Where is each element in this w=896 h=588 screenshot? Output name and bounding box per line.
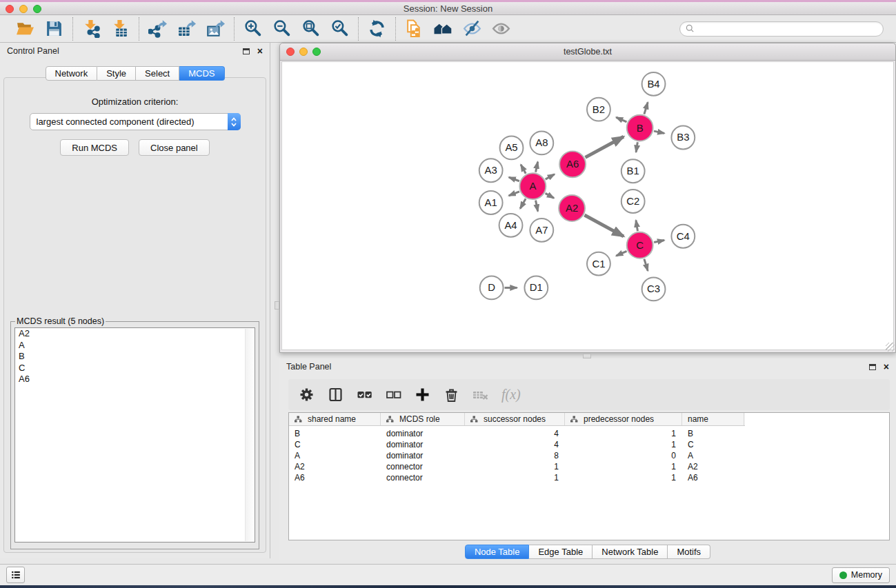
mcds-result-item[interactable]: B [15, 351, 255, 363]
edge-C-C1[interactable] [616, 251, 626, 256]
column-header-MCDS-role[interactable]: MCDS role [381, 413, 465, 425]
graph-node-B3[interactable]: B3 [671, 126, 695, 150]
column-header-successor-nodes[interactable]: successor nodes [465, 413, 565, 425]
function-builder-button[interactable]: f(x) [501, 387, 521, 403]
search-box[interactable] [679, 21, 884, 37]
edge-A-A1[interactable] [509, 192, 519, 196]
settings-button[interactable] [299, 387, 315, 403]
graph-node-C3[interactable]: C3 [642, 278, 666, 301]
tab-mcds[interactable]: MCDS [179, 66, 224, 81]
float-panel-icon[interactable] [243, 48, 250, 54]
close-panel-button[interactable]: Close panel [139, 139, 210, 156]
zoom-out-button[interactable] [272, 19, 291, 38]
edge-C-C4[interactable] [654, 240, 664, 242]
column-header-shared-name[interactable]: shared name [289, 413, 381, 425]
network-minimize-button[interactable] [299, 48, 308, 56]
tab-network-table[interactable]: Network Table [593, 545, 668, 559]
graph-node-B[interactable]: B [627, 115, 653, 141]
network-window-titlebar[interactable]: testGlobe.txt [280, 43, 895, 61]
horizontal-splitter-handle[interactable] [583, 354, 591, 358]
graph-node-A7[interactable]: A7 [530, 219, 553, 242]
graph-node-A6[interactable]: A6 [559, 151, 586, 177]
result-scrollbar[interactable] [245, 329, 254, 541]
graph-node-A3[interactable]: A3 [479, 159, 503, 182]
export-network-button[interactable] [148, 19, 167, 38]
mcds-result-item[interactable]: C [15, 363, 255, 374]
edge-A2-C[interactable] [584, 215, 624, 236]
edge-A-A4[interactable] [520, 199, 526, 208]
graph-node-D1[interactable]: D1 [524, 276, 548, 300]
edge-A-A6[interactable] [546, 174, 555, 179]
add-column-button[interactable] [415, 387, 430, 403]
close-panel-icon[interactable]: × [257, 48, 263, 54]
export-image-button[interactable] [206, 19, 225, 38]
select-all-button[interactable] [357, 387, 372, 403]
edge-A-A3[interactable] [509, 177, 519, 181]
edge-C-C3[interactable] [644, 259, 648, 271]
graph-node-B1[interactable]: B1 [621, 159, 645, 183]
edge-A-A8[interactable] [536, 162, 538, 172]
mcds-result-item[interactable]: A2 [15, 328, 255, 340]
graph-node-C4[interactable]: C4 [671, 225, 695, 248]
zoom-fit-button[interactable] [301, 19, 320, 38]
graph-node-C[interactable]: C [627, 232, 653, 258]
edge-B-B2[interactable] [616, 117, 626, 122]
task-history-button[interactable] [6, 567, 25, 583]
table-row[interactable]: Adominator80A [289, 450, 889, 461]
clear-table-button[interactable] [472, 387, 488, 403]
table-row[interactable]: Cdominator41C [289, 439, 889, 450]
graph-node-A8[interactable]: A8 [530, 132, 553, 155]
minimize-window-button[interactable] [19, 5, 28, 13]
tab-motifs[interactable]: Motifs [668, 545, 710, 559]
graph-node-A[interactable]: A [519, 173, 546, 199]
criterion-dropdown[interactable]: largest connected component (directed) [30, 113, 241, 130]
edge-A-A7[interactable] [536, 201, 538, 212]
tab-select[interactable]: Select [136, 66, 179, 81]
edge-B-B4[interactable] [644, 102, 648, 114]
table-row[interactable]: Bdominator41B [289, 428, 889, 439]
show-all-button[interactable] [492, 19, 510, 38]
graph-node-B2[interactable]: B2 [587, 98, 610, 121]
deselect-all-button[interactable] [386, 387, 401, 403]
close-window-button[interactable] [6, 5, 14, 13]
graph-node-C1[interactable]: C1 [587, 252, 610, 276]
graph-node-C2[interactable]: C2 [621, 190, 645, 213]
edge-A-A2[interactable] [546, 193, 554, 198]
split-columns-button[interactable] [328, 387, 344, 403]
save-session-button[interactable] [45, 19, 63, 38]
edge-A6-B[interactable] [586, 136, 624, 157]
zoom-window-button[interactable] [33, 5, 41, 13]
home-button[interactable] [434, 19, 452, 38]
zoom-in-button[interactable] [243, 19, 262, 38]
edge-C-C2[interactable] [636, 221, 637, 232]
tab-style[interactable]: Style [97, 66, 136, 81]
float-table-panel-icon[interactable] [869, 364, 876, 370]
column-header-name[interactable]: name [682, 413, 744, 425]
column-header-predecessor-nodes[interactable]: predecessor nodes [565, 413, 682, 425]
graph-node-A5[interactable]: A5 [500, 136, 524, 159]
network-zoom-button[interactable] [312, 48, 321, 56]
graph-node-A1[interactable]: A1 [479, 191, 503, 214]
import-network-button[interactable] [82, 19, 101, 38]
close-table-panel-icon[interactable]: × [884, 363, 889, 370]
vertical-splitter-handle[interactable] [275, 301, 279, 310]
graph-node-D[interactable]: D [480, 276, 504, 300]
run-mcds-button[interactable]: Run MCDS [60, 139, 129, 156]
hide-selected-button[interactable] [463, 19, 481, 38]
network-from-file-button[interactable] [405, 19, 424, 38]
graph-node-B4[interactable]: B4 [642, 72, 666, 96]
graph-node-A4[interactable]: A4 [499, 214, 523, 237]
edge-B-B1[interactable] [636, 142, 637, 152]
search-input[interactable] [695, 23, 883, 35]
graph-node-A2[interactable]: A2 [559, 195, 585, 221]
edge-B-B3[interactable] [654, 131, 664, 133]
memory-button[interactable]: Memory [832, 567, 890, 583]
import-table-button[interactable] [111, 19, 130, 38]
tab-network[interactable]: Network [45, 66, 97, 81]
edge-A-A5[interactable] [521, 165, 526, 174]
delete-column-button[interactable] [444, 387, 459, 403]
network-canvas[interactable]: B4B2BB3A8A5A6A3B1AC2A1A2A4A7C4CC1C3DD1 [281, 61, 894, 350]
mcds-result-item[interactable]: A6 [15, 374, 255, 385]
tab-edge-table[interactable]: Edge Table [529, 545, 593, 559]
mcds-result-item[interactable]: A [15, 340, 255, 352]
